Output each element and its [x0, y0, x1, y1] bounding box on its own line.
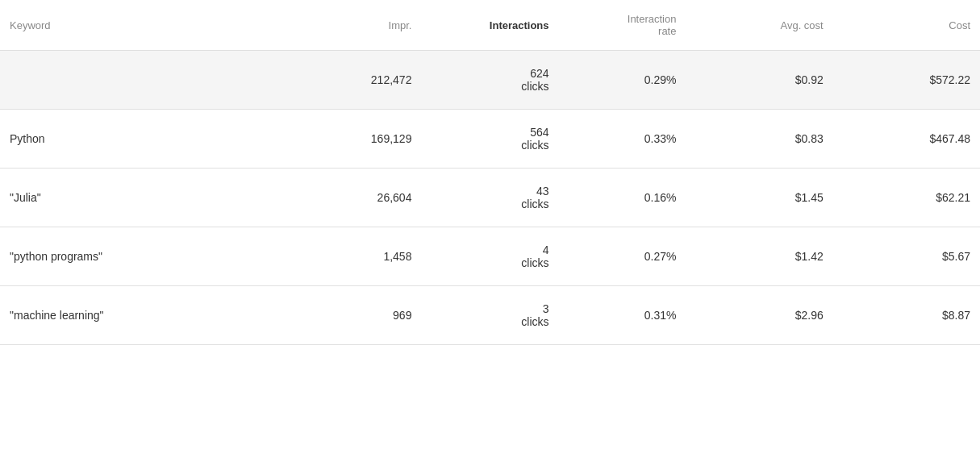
cell-impr: 1,458 — [294, 227, 422, 286]
cell-interaction-rate: 0.31% — [559, 286, 686, 345]
cell-keyword: Python — [0, 110, 294, 169]
table-row: "Julia"26,60443clicks0.16%$1.45$62.21 — [0, 169, 980, 227]
cell-impr: 969 — [294, 286, 422, 345]
table-row: Python169,129564clicks0.33%$0.83$467.48 — [0, 110, 980, 169]
cell-impr: 26,604 — [294, 169, 422, 227]
header-keyword: Keyword — [0, 0, 294, 51]
cell-keyword: "Julia" — [0, 169, 294, 227]
cell-interactions: 624clicks — [421, 51, 558, 110]
cell-cost: $62.21 — [833, 169, 980, 227]
cell-avg-cost: $0.83 — [686, 110, 832, 169]
table-container: Keyword Impr. Interactions Interactionra… — [0, 0, 980, 466]
cell-keyword: "python programs" — [0, 227, 294, 286]
table-row: "machine learning"9693clicks0.31%$2.96$8… — [0, 286, 980, 345]
header-interactions: Interactions — [421, 0, 558, 51]
header-impr: Impr. — [294, 0, 422, 51]
cell-impr: 169,129 — [294, 110, 422, 169]
header-cost: Cost — [833, 0, 980, 51]
header-interaction-rate: Interactionrate — [559, 0, 686, 51]
cell-avg-cost: $1.45 — [686, 169, 832, 227]
header-avg-cost: Avg. cost — [686, 0, 832, 51]
cell-cost: $5.67 — [833, 227, 980, 286]
cell-interaction-rate: 0.33% — [559, 110, 686, 169]
cell-avg-cost: $0.92 — [686, 51, 832, 110]
cell-interactions: 4clicks — [421, 227, 558, 286]
cell-avg-cost: $2.96 — [686, 286, 832, 345]
cell-interactions: 43clicks — [421, 169, 558, 227]
cell-cost: $572.22 — [833, 51, 980, 110]
cell-keyword — [0, 51, 294, 110]
table-row: 212,472624clicks0.29%$0.92$572.22 — [0, 51, 980, 110]
cell-keyword: "machine learning" — [0, 286, 294, 345]
data-table: Keyword Impr. Interactions Interactionra… — [0, 0, 980, 345]
cell-interaction-rate: 0.27% — [559, 227, 686, 286]
cell-cost: $8.87 — [833, 286, 980, 345]
cell-avg-cost: $1.42 — [686, 227, 832, 286]
cell-cost: $467.48 — [833, 110, 980, 169]
cell-impr: 212,472 — [294, 51, 422, 110]
cell-interaction-rate: 0.29% — [559, 51, 686, 110]
table-header-row: Keyword Impr. Interactions Interactionra… — [0, 0, 980, 51]
cell-interaction-rate: 0.16% — [559, 169, 686, 227]
cell-interactions: 3clicks — [421, 286, 558, 345]
cell-interactions: 564clicks — [421, 110, 558, 169]
table-row: "python programs"1,4584clicks0.27%$1.42$… — [0, 227, 980, 286]
